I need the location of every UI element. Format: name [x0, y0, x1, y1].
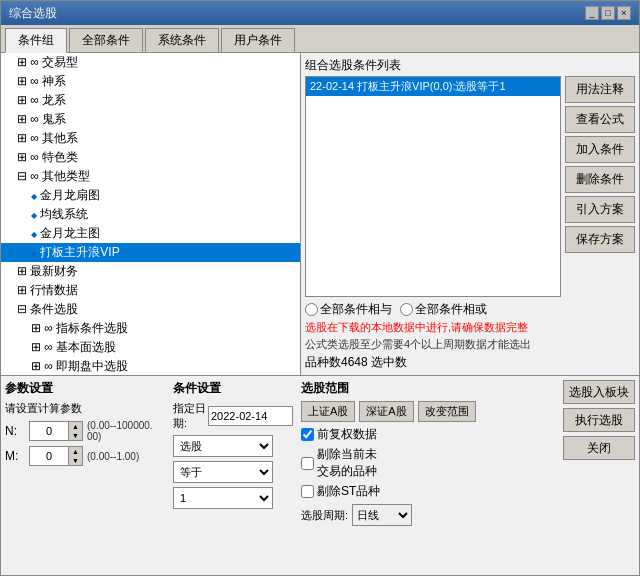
- select-equal-wrapper: 等于: [173, 461, 293, 483]
- tree-item-other-type[interactable]: ⊟ ∞ 其他类型: [1, 167, 300, 186]
- cond-settings-title: 条件设置: [173, 380, 293, 397]
- param-n-row: N: ▲ ▼ (0.00--100000.00): [5, 420, 165, 442]
- import-plan-btn[interactable]: 引入方案: [565, 196, 635, 223]
- delete-condition-btn[interactable]: 删除条件: [565, 166, 635, 193]
- select-stock[interactable]: 选股: [173, 435, 273, 457]
- radio-and-text: 全部条件相与: [320, 301, 392, 318]
- stock-range-panel: 选股范围 上证A股 深证A股 改变范围 前复权数据 剔除当前未交易的品种 剔除S…: [301, 380, 547, 571]
- param-m-down[interactable]: ▼: [69, 456, 82, 465]
- info-text: 公式类选股至少需要4个以上周期数据才能选出: [305, 337, 635, 352]
- radio-or-label[interactable]: 全部条件相或: [400, 301, 487, 318]
- period-select[interactable]: 日线: [352, 504, 412, 526]
- close-btn[interactable]: ×: [617, 6, 631, 20]
- tab-bar: 条件组 全部条件 系统条件 用户条件: [1, 25, 639, 53]
- main-window: 综合选股 _ □ × 条件组 全部条件 系统条件 用户条件 ⊞ ∞ 交易型 ⊞ …: [0, 0, 640, 576]
- tree-item-special[interactable]: ⊞ ∞ 特色类: [1, 148, 300, 167]
- title-bar: 综合选股 _ □ ×: [1, 1, 639, 25]
- tab-user-conditions[interactable]: 用户条件: [221, 28, 295, 52]
- radio-and-label[interactable]: 全部条件相与: [305, 301, 392, 318]
- condition-list-label: 组合选股条件列表: [305, 57, 635, 74]
- view-formula-btn[interactable]: 查看公式: [565, 106, 635, 133]
- check-no-trade-label: 剔除当前未交易的品种: [317, 446, 377, 480]
- check-fq[interactable]: [301, 428, 314, 441]
- enter-sector-btn[interactable]: 选股入板块: [563, 380, 635, 404]
- tree-item-intraday[interactable]: ⊞ ∞ 即期盘中选股: [1, 357, 300, 375]
- tab-system-conditions[interactable]: 系统条件: [145, 28, 219, 52]
- check-st-row: 剔除ST品种: [301, 483, 547, 500]
- radio-and[interactable]: [305, 303, 318, 316]
- tree-item-junxian[interactable]: ◆ 均线系统: [1, 205, 300, 224]
- check-st-label: 剔除ST品种: [317, 483, 380, 500]
- param-m-input[interactable]: [29, 446, 69, 466]
- tree-item-shen[interactable]: ⊞ ∞ 神系: [1, 72, 300, 91]
- tree-item-trading[interactable]: ⊞ ∞ 交易型: [1, 53, 300, 72]
- tree-item-fundamental[interactable]: ⊞ ∞ 基本面选股: [1, 338, 300, 357]
- tree-item-jinyue-fan[interactable]: ◆ 金月龙扇图: [1, 186, 300, 205]
- right-panel: 组合选股条件列表 22-02-14 打板主升浪VIP(0,0):选股等于1 用法…: [301, 53, 639, 375]
- radio-or-text: 全部条件相或: [415, 301, 487, 318]
- comment-btn[interactable]: 用法注释: [565, 76, 635, 103]
- save-plan-btn[interactable]: 保存方案: [565, 226, 635, 253]
- period-label: 选股周期:: [301, 508, 348, 523]
- tree-item-market-data[interactable]: ⊞ 行情数据: [1, 281, 300, 300]
- warning-text: 选股在下载的本地数据中进行,请确保数据完整: [305, 320, 635, 335]
- param-m-range: (0.00--1.00): [87, 451, 139, 462]
- minimize-btn[interactable]: _: [585, 6, 599, 20]
- param-n-down[interactable]: ▼: [69, 431, 82, 440]
- condition-item-0[interactable]: 22-02-14 打板主升浪VIP(0,0):选股等于1: [306, 77, 560, 96]
- tree-item-indicator[interactable]: ⊞ ∞ 指标条件选股: [1, 319, 300, 338]
- param-n-spin: ▲ ▼: [69, 421, 83, 441]
- count-text: 品种数4648 选中数: [305, 354, 635, 371]
- tree-item-daban-vip[interactable]: ◆ 打板主升浪VIP: [1, 243, 300, 262]
- condition-list: 22-02-14 打板主升浪VIP(0,0):选股等于1: [305, 76, 561, 297]
- tree-item-jinyue-main[interactable]: ◆ 金月龙主图: [1, 224, 300, 243]
- right-top-area: 22-02-14 打板主升浪VIP(0,0):选股等于1 用法注释 查看公式 加…: [305, 76, 635, 297]
- tree-panel: ⊞ ∞ 交易型 ⊞ ∞ 神系 ⊞ ∞ 龙系 ⊞ ∞ 鬼系 ⊞ ∞ 其他系 ⊞ ∞…: [1, 53, 301, 375]
- param-n-input[interactable]: [29, 421, 69, 441]
- market-row: 上证A股 深证A股 改变范围: [301, 401, 547, 422]
- maximize-btn[interactable]: □: [601, 6, 615, 20]
- window-title: 综合选股: [9, 5, 57, 22]
- tab-all-conditions[interactable]: 全部条件: [69, 28, 143, 52]
- title-controls: _ □ ×: [585, 6, 631, 20]
- check-no-trade[interactable]: [301, 457, 314, 470]
- select-equal[interactable]: 等于: [173, 461, 273, 483]
- right-buttons-col: 选股入板块 执行选股 关闭: [555, 380, 635, 571]
- radio-or[interactable]: [400, 303, 413, 316]
- tree-item-long[interactable]: ⊞ ∞ 龙系: [1, 91, 300, 110]
- date-label: 指定日期:: [173, 401, 206, 431]
- check-st[interactable]: [301, 485, 314, 498]
- check-fq-row: 前复权数据: [301, 426, 547, 443]
- tab-condition-group[interactable]: 条件组: [5, 28, 67, 53]
- params-subtitle: 请设置计算参数: [5, 401, 165, 416]
- market-shenzhen-a[interactable]: 深证A股: [359, 401, 413, 422]
- check-no-trade-row: 剔除当前未交易的品种: [301, 446, 547, 480]
- close-btn-bottom[interactable]: 关闭: [563, 436, 635, 460]
- select-value[interactable]: 1: [173, 487, 273, 509]
- param-m-row: M: ▲ ▼ (0.00--1.00): [5, 446, 165, 466]
- period-row: 选股周期: 日线: [301, 504, 547, 526]
- param-n-label: N:: [5, 424, 25, 438]
- tree-item-gui[interactable]: ⊞ ∞ 鬼系: [1, 110, 300, 129]
- condition-options-area: 全部条件相与 全部条件相或 选股在下载的本地数据中进行,请确保数据完整 公式类选…: [305, 301, 635, 371]
- param-m-input-group: ▲ ▼: [29, 446, 83, 466]
- change-range-btn[interactable]: 改变范围: [418, 401, 476, 422]
- action-buttons: 用法注释 查看公式 加入条件 删除条件 引入方案 保存方案: [565, 76, 635, 297]
- param-n-range: (0.00--100000.00): [87, 420, 153, 442]
- add-condition-btn[interactable]: 加入条件: [565, 136, 635, 163]
- param-n-input-group: ▲ ▼: [29, 421, 83, 441]
- execute-select-btn[interactable]: 执行选股: [563, 408, 635, 432]
- tree-item-finance[interactable]: ⊞ 最新财务: [1, 262, 300, 281]
- stock-options: 前复权数据 剔除当前未交易的品种 剔除ST品种: [301, 426, 547, 500]
- param-n-up[interactable]: ▲: [69, 422, 82, 431]
- tree-item-other-xi[interactable]: ⊞ ∞ 其他系: [1, 129, 300, 148]
- date-input[interactable]: [208, 406, 293, 426]
- date-row: 指定日期:: [173, 401, 293, 431]
- cond-settings-panel: 条件设置 指定日期: 选股 等于 1: [173, 380, 293, 571]
- param-m-up[interactable]: ▲: [69, 447, 82, 456]
- market-shanghai-a[interactable]: 上证A股: [301, 401, 355, 422]
- tree-item-condition-select[interactable]: ⊟ 条件选股: [1, 300, 300, 319]
- stock-range-title: 选股范围: [301, 380, 547, 397]
- main-content: ⊞ ∞ 交易型 ⊞ ∞ 神系 ⊞ ∞ 龙系 ⊞ ∞ 鬼系 ⊞ ∞ 其他系 ⊞ ∞…: [1, 53, 639, 375]
- select-value-wrapper: 1: [173, 487, 293, 509]
